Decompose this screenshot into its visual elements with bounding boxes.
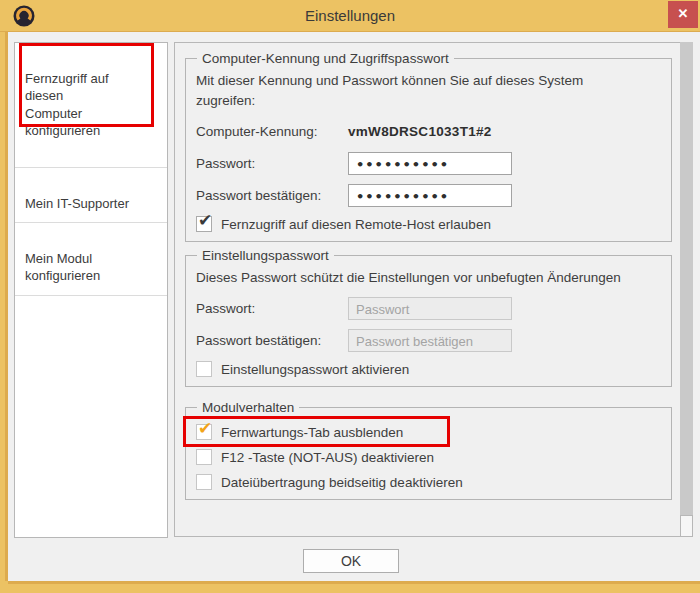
password-input[interactable] (348, 152, 512, 175)
settings-password-confirm-input (348, 329, 512, 352)
group-legend: Einstellungspasswort (197, 248, 334, 263)
dateiuebertragung-label: Dateiübertragung beidseitig deaktivieren (221, 475, 463, 490)
sidebar-item-modul[interactable]: Mein Modul konfigurieren (15, 223, 167, 296)
settings-window: Einstellungen ✕ Fernzugriff auf diesen C… (0, 0, 700, 593)
settings-password-input (348, 297, 512, 320)
computer-id-label: Computer-Kennung: (196, 124, 348, 139)
settings-password-label: Passwort: (196, 301, 348, 316)
dateiuebertragung-checkbox[interactable] (196, 474, 212, 490)
password-confirm-label: Passwort bestätigen: (196, 188, 348, 203)
titlebar[interactable]: Einstellungen ✕ (0, 0, 700, 32)
fernwartungs-tab-label: Fernwartungs-Tab ausblenden (221, 425, 403, 440)
password-label: Passwort: (196, 156, 348, 171)
f12-taste-checkbox[interactable] (196, 449, 212, 465)
settings-password-enable-label: Einstellungspasswort aktivieren (221, 362, 409, 377)
f12-taste-label: F12 -Taste (NOT-AUS) deaktivieren (221, 450, 434, 465)
scrollbar-thumb[interactable] (680, 42, 693, 515)
sidebar-item-fernzugriff[interactable]: Fernzugriff auf diesen Computer konfigur… (15, 43, 167, 168)
sidebar-item-label: Fernzugriff auf diesen Computer konfigur… (25, 71, 109, 139)
group-einstellungspasswort: Einstellungspasswort Dieses Passwort sch… (185, 248, 672, 387)
close-icon: ✕ (678, 6, 689, 21)
scrollbar[interactable] (680, 42, 693, 537)
check-icon: ✔ (198, 210, 212, 230)
fernwartungs-tab-checkbox[interactable]: ✔ (196, 424, 212, 440)
dialog-client-area: Fernzugriff auf diesen Computer konfigur… (8, 32, 700, 581)
ok-button[interactable]: OK (303, 549, 399, 573)
close-button[interactable]: ✕ (668, 1, 698, 28)
remote-host-checkbox[interactable]: ✔ (196, 216, 212, 232)
settings-password-enable-checkbox[interactable] (196, 361, 212, 377)
password-confirm-input[interactable] (348, 184, 512, 207)
settings-panel: Computer-Kennung und Zugriffspasswort Mi… (174, 42, 693, 537)
group-computer-kennung: Computer-Kennung und Zugriffspasswort Mi… (185, 51, 672, 242)
group-legend: Modulverhalten (197, 400, 299, 415)
group-legend: Computer-Kennung und Zugriffspasswort (197, 51, 454, 66)
settings-password-confirm-label: Passwort bestätigen: (196, 333, 348, 348)
sidebar-item-label: Mein IT-Supporter (25, 196, 129, 211)
remote-host-checkbox-label: Fernzugriff auf diesen Remote-Host erlau… (221, 217, 491, 232)
sidebar-item-label: Mein Modul konfigurieren (25, 251, 100, 284)
sidebar: Fernzugriff auf diesen Computer konfigur… (14, 42, 168, 538)
scrollbar-button[interactable] (680, 515, 693, 537)
group-description: Mit dieser Kennung und Passwort können S… (196, 71, 661, 111)
computer-id-value: vmW8DRSC1033T1#2 (348, 124, 492, 139)
sidebar-item-it-supporter[interactable]: Mein IT-Supporter (15, 168, 167, 223)
group-description: Dieses Passwort schützt die Einstellunge… (196, 268, 661, 288)
window-title: Einstellungen (0, 7, 700, 24)
check-icon: ✔ (198, 418, 212, 438)
group-modulverhalten: Modulverhalten ✔ Fernwartungs-Tab ausble… (185, 400, 672, 500)
